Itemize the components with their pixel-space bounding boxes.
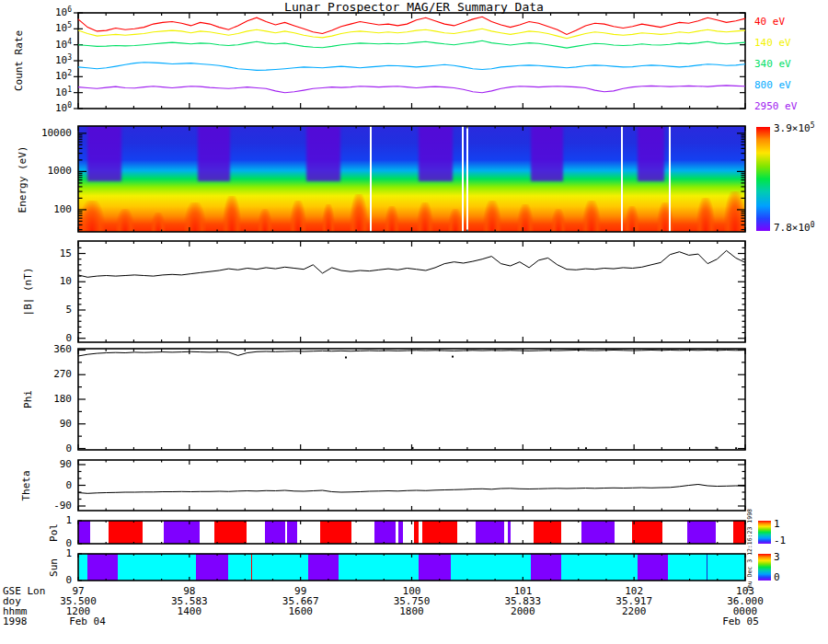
- panel-frame: [78, 13, 745, 109]
- y-tick-label: 0: [0, 333, 72, 343]
- y-tick-label: 5: [0, 305, 72, 315]
- y-tick-label: 10: [0, 276, 72, 286]
- y-tick-label: 104: [0, 40, 72, 51]
- y-tick-label: 0: [0, 575, 72, 585]
- data-series: [78, 29, 745, 38]
- data-series: [78, 485, 745, 494]
- y-tick-label: 106: [0, 7, 72, 18]
- legend-item: 340 eV: [754, 59, 791, 69]
- scatter-point: [735, 447, 737, 449]
- ylabel-pol: Pol: [49, 523, 59, 542]
- y-tick-label: 0: [0, 443, 72, 454]
- data-series: [78, 86, 745, 93]
- y-tick-label: 180: [0, 394, 72, 404]
- y-tick-label: 100: [0, 103, 72, 114]
- data-series: [78, 17, 745, 34]
- x-tick-value: 1800: [399, 606, 424, 616]
- ylabel-theta: Theta: [21, 470, 31, 500]
- y-tick-label: 1: [0, 548, 72, 558]
- ylabel-phi: Phi: [23, 390, 33, 408]
- y-tick-label: 360: [0, 344, 72, 354]
- y-tick-label: 0: [0, 538, 72, 548]
- pol-legend-max: 1: [774, 519, 780, 529]
- y-tick-label: 1000: [0, 166, 72, 176]
- pol-legend-min: -1: [774, 535, 786, 546]
- y-tick-label: 103: [0, 55, 72, 66]
- data-series: [78, 63, 745, 71]
- y-tick-label: 15: [0, 248, 72, 259]
- scatter-point: [585, 447, 587, 449]
- y-tick-label: 10000: [0, 128, 72, 138]
- panel-frame: [78, 554, 745, 581]
- x-tick-value: 1400: [178, 606, 202, 616]
- x-tick-value: 1600: [288, 606, 313, 616]
- axis-row-label: 1998: [3, 616, 28, 627]
- scatter-point: [715, 447, 717, 449]
- colorbar-max-label: 3.9×105: [774, 123, 815, 134]
- ylabel-energy: Energy (eV): [17, 145, 28, 213]
- x-tick-value: 2200: [622, 606, 647, 616]
- lunar-prospector-summary-plot: Lunar Prospector MAG/ER Summary Data Thu…: [0, 0, 828, 644]
- ylabel-sun: Sun: [49, 558, 59, 577]
- y-tick-label: 0: [0, 480, 72, 490]
- panel-frame: [78, 126, 745, 232]
- sun-legend-max: 3: [774, 552, 780, 562]
- scatter-point: [452, 356, 454, 358]
- panel-frame: [78, 349, 745, 450]
- y-tick-label: 270: [0, 369, 72, 379]
- legend-item: 140 eV: [754, 38, 791, 48]
- plot-axes-and-series: [0, 0, 828, 644]
- y-tick-label: 90: [0, 419, 72, 429]
- scatter-point: [412, 447, 414, 449]
- legend-item: 800 eV: [754, 80, 791, 90]
- y-tick-label: 102: [0, 71, 72, 82]
- date-label-start: Feb 04: [69, 616, 106, 627]
- data-series: [78, 250, 745, 277]
- sun-legend-min: 0: [774, 572, 780, 582]
- y-tick-label: 90: [0, 459, 72, 469]
- ylabel-bmag: |B| (nT): [23, 268, 33, 316]
- legend-item: 40 eV: [754, 17, 785, 27]
- ylabel-count-rate: Count Rate: [14, 30, 24, 91]
- y-tick-label: -90: [0, 500, 72, 511]
- y-tick-label: 100: [0, 204, 72, 214]
- panel-frame: [78, 241, 745, 342]
- y-tick-label: 101: [0, 87, 72, 98]
- y-tick-label: 105: [0, 23, 72, 34]
- data-series: [78, 40, 745, 48]
- y-tick-label: 1: [0, 515, 72, 525]
- scatter-point: [345, 357, 347, 359]
- legend-item: 2950 eV: [754, 101, 797, 111]
- panel-frame: [78, 460, 745, 511]
- x-tick-value: 2000: [511, 606, 535, 616]
- colorbar-min-label: 7.8×100: [774, 223, 815, 234]
- date-label-end: Feb 05: [722, 616, 759, 627]
